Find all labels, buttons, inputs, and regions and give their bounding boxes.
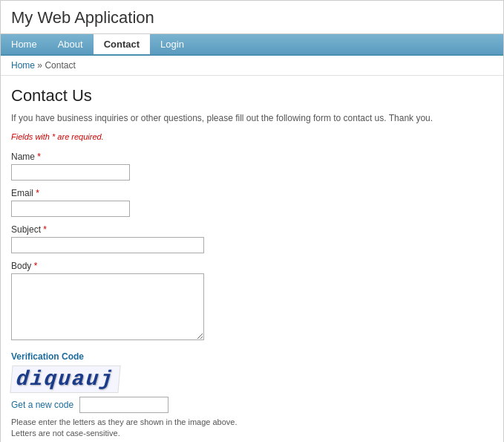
page-heading: Contact Us	[11, 86, 480, 105]
breadcrumb-current: Contact	[45, 60, 75, 71]
name-label: Name *	[11, 152, 480, 162]
main-content: Contact Us If you have business inquirie…	[1, 76, 491, 442]
app-header: My Web Application	[1, 1, 503, 34]
nav-contact[interactable]: Contact	[94, 34, 150, 54]
verification-label: Verification Code	[11, 351, 480, 362]
app-title: My Web Application	[11, 8, 493, 27]
captcha-image: diquauj	[10, 365, 120, 393]
subject-field-group: Subject *	[11, 224, 480, 253]
email-input[interactable]	[11, 201, 130, 217]
email-label: Email *	[11, 188, 480, 198]
body-label: Body *	[11, 261, 480, 271]
captcha-input[interactable]	[79, 397, 168, 413]
nav-login[interactable]: Login	[150, 34, 194, 54]
breadcrumb: Home » Contact	[1, 56, 503, 76]
required-note: Fields with * are required.	[11, 132, 480, 141]
get-new-code-link[interactable]: Get a new code	[11, 400, 73, 410]
subject-label: Subject *	[11, 224, 480, 235]
body-field-group: Body *	[11, 261, 480, 342]
subject-input[interactable]	[11, 237, 204, 253]
body-textarea[interactable]	[11, 273, 204, 340]
captcha-row: Get a new code	[11, 397, 480, 413]
name-field-group: Name *	[11, 152, 480, 181]
captcha-hint: Please enter the letters as they are sho…	[11, 417, 480, 440]
breadcrumb-separator: »	[37, 60, 42, 71]
verification-section: Verification Code diquauj Get a new code…	[11, 351, 480, 442]
nav-home[interactable]: Home	[1, 34, 48, 54]
name-input[interactable]	[11, 164, 130, 181]
main-nav: Home About Contact Login	[1, 34, 503, 56]
breadcrumb-home-link[interactable]: Home	[11, 60, 35, 71]
email-field-group: Email *	[11, 188, 480, 217]
intro-text: If you have business inquiries or other …	[11, 111, 480, 125]
nav-about[interactable]: About	[48, 34, 94, 54]
